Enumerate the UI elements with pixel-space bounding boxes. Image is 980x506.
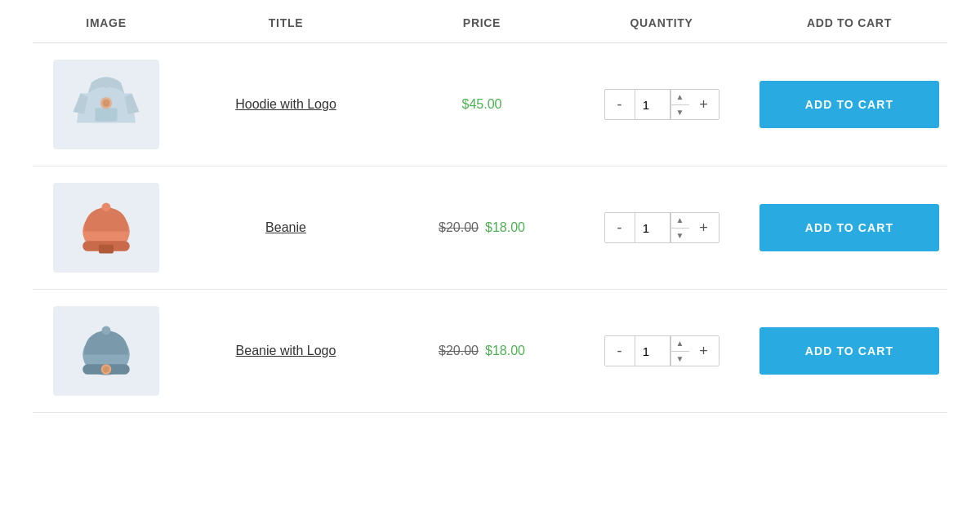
header-add-to-cart: ADD TO CART: [751, 16, 947, 29]
quantity-down-button[interactable]: ▼: [671, 229, 689, 243]
quantity-down-button[interactable]: ▼: [671, 352, 689, 366]
product-image-cell: [33, 183, 180, 273]
quantity-increase-button[interactable]: +: [689, 89, 719, 120]
quantity-input-wrap: [635, 212, 670, 243]
quantity-cell: - ▲ ▼ +: [572, 335, 751, 366]
beanie-orange-icon: [69, 191, 143, 264]
quantity-cell: - ▲ ▼ +: [572, 89, 751, 120]
add-to-cart-cell: ADD TO CART: [751, 81, 947, 128]
quantity-input[interactable]: [635, 335, 670, 366]
product-price-cell: $20.00 $18.00: [392, 220, 572, 235]
quantity-up-button[interactable]: ▲: [671, 90, 689, 105]
price-sale: $18.00: [485, 220, 525, 235]
price-regular: $45.00: [462, 97, 502, 112]
product-title-cell: Beanie: [180, 220, 392, 235]
quantity-up-button[interactable]: ▲: [671, 213, 689, 229]
header-price: PRICE: [392, 16, 572, 29]
quantity-input-wrap: [635, 335, 670, 366]
quantity-control: - ▲ ▼ +: [604, 335, 719, 366]
quantity-decrease-button[interactable]: -: [605, 212, 635, 243]
product-image-cell: [33, 60, 180, 149]
product-image-beanie-logo: [53, 306, 159, 396]
quantity-input[interactable]: [635, 89, 670, 120]
product-title-cell: Beanie with Logo: [180, 344, 392, 358]
product-table: IMAGE TITLE PRICE QUANTITY ADD TO CART: [0, 0, 980, 413]
header-title: TITLE: [180, 16, 392, 29]
quantity-decrease-button[interactable]: -: [605, 335, 635, 366]
quantity-control: - ▲ ▼ +: [604, 89, 719, 120]
product-title[interactable]: Hoodie with Logo: [235, 97, 336, 112]
quantity-spinners: ▲ ▼: [670, 336, 689, 366]
product-price-cell: $20.00 $18.00: [392, 344, 572, 358]
beanie-blue-icon: [69, 314, 143, 388]
quantity-down-button[interactable]: ▼: [671, 105, 689, 120]
product-title-cell: Hoodie with Logo: [180, 97, 392, 112]
quantity-spinners: ▲ ▼: [670, 213, 689, 242]
quantity-spinners: ▲ ▼: [670, 90, 689, 119]
add-to-cart-cell: ADD TO CART: [751, 204, 947, 251]
hoodie-icon: [69, 68, 143, 141]
product-title[interactable]: Beanie: [265, 220, 306, 235]
header-image: IMAGE: [33, 16, 180, 29]
quantity-up-button[interactable]: ▲: [671, 336, 689, 352]
product-image-cell: [33, 306, 180, 396]
quantity-cell: - ▲ ▼ +: [572, 212, 751, 243]
svg-point-2: [103, 100, 110, 107]
price-original: $20.00: [439, 220, 479, 235]
add-to-cart-button[interactable]: ADD TO CART: [760, 327, 939, 375]
quantity-decrease-button[interactable]: -: [605, 89, 635, 120]
table-row: Beanie $20.00 $18.00 - ▲ ▼ + ADD TO CART: [33, 166, 947, 290]
svg-point-6: [102, 202, 111, 211]
quantity-input-wrap: [635, 89, 670, 120]
svg-point-10: [103, 366, 109, 372]
quantity-input[interactable]: [635, 212, 670, 243]
quantity-control: - ▲ ▼ +: [604, 212, 719, 243]
price-sale: $18.00: [485, 344, 525, 358]
product-price-cell: $45.00: [392, 97, 572, 112]
table-row: Beanie with Logo $20.00 $18.00 - ▲ ▼ + A…: [33, 290, 947, 413]
quantity-increase-button[interactable]: +: [689, 335, 719, 366]
price-original: $20.00: [439, 344, 479, 358]
quantity-increase-button[interactable]: +: [689, 212, 719, 243]
product-image-beanie: [53, 183, 159, 273]
product-title[interactable]: Beanie with Logo: [236, 344, 336, 358]
svg-rect-5: [99, 245, 114, 254]
svg-point-11: [102, 326, 111, 335]
table-row: Hoodie with Logo $45.00 - ▲ ▼ + ADD TO C…: [33, 43, 947, 166]
add-to-cart-button[interactable]: ADD TO CART: [760, 81, 939, 128]
add-to-cart-button[interactable]: ADD TO CART: [760, 204, 939, 251]
header-quantity: QUANTITY: [572, 16, 751, 29]
table-header: IMAGE TITLE PRICE QUANTITY ADD TO CART: [33, 0, 947, 43]
svg-rect-0: [96, 109, 118, 122]
product-image-hoodie: [53, 60, 159, 149]
add-to-cart-cell: ADD TO CART: [751, 327, 947, 375]
